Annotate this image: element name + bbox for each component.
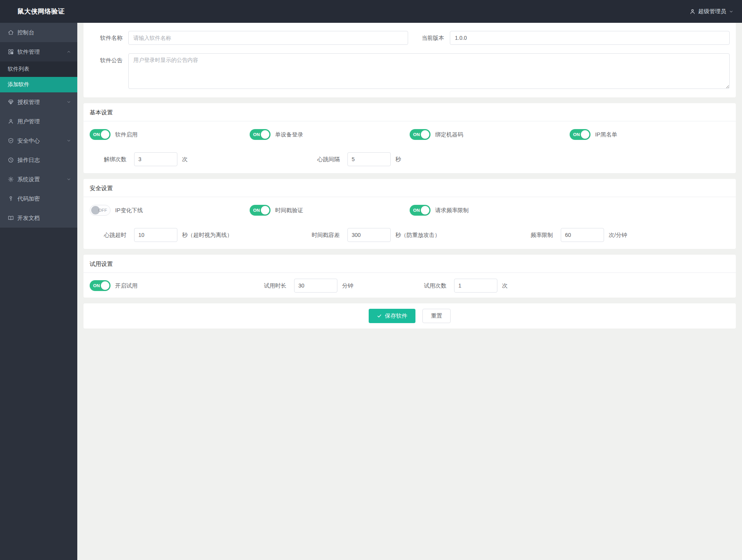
toggle-knob bbox=[101, 281, 109, 290]
sidebar-submenu-software: 软件列表 添加软件 bbox=[0, 61, 77, 92]
software-enabled-toggle[interactable]: ON bbox=[90, 129, 111, 140]
trial-count-input[interactable] bbox=[454, 279, 497, 293]
unit-text: 秒 bbox=[395, 156, 401, 163]
sidebar-item-license-management[interactable]: 授权管理 bbox=[0, 92, 77, 112]
user-name: 超级管理员 bbox=[698, 8, 727, 15]
sidebar-item-operation-logs[interactable]: 操作日志 bbox=[0, 150, 77, 170]
toggle-knob bbox=[421, 206, 429, 214]
toggle-state: OFF bbox=[98, 208, 107, 213]
toggle-label: 单设备登录 bbox=[275, 131, 303, 138]
gem-icon bbox=[8, 99, 14, 105]
toggle-state: ON bbox=[413, 132, 420, 137]
unit-text: 次 bbox=[502, 282, 508, 289]
single-device-login-toggle[interactable]: ON bbox=[250, 129, 271, 140]
toggle-label: 时间戳验证 bbox=[275, 207, 303, 214]
basic-settings-card: 基本设置 ON 软件启用 ON 单设备登录 ON bbox=[83, 103, 736, 173]
chevron-down-icon bbox=[66, 177, 71, 182]
unit-text: 分钟 bbox=[342, 282, 353, 289]
timestamp-tolerance-label: 时间戳容差 bbox=[303, 231, 340, 239]
sidebar-item-software-management[interactable]: 软件管理 bbox=[0, 42, 77, 61]
trial-duration-label: 试用时长 bbox=[250, 282, 286, 289]
app-header: 鼠大侠网络验证 超级管理员 bbox=[0, 0, 742, 23]
user-icon bbox=[8, 118, 14, 124]
clock-icon bbox=[8, 157, 14, 163]
bind-machine-code-toggle[interactable]: ON bbox=[410, 129, 431, 140]
toggle-label: 绑定机器码 bbox=[435, 131, 463, 138]
ip-change-offline-toggle[interactable]: OFF bbox=[90, 205, 111, 216]
chevron-down-icon bbox=[66, 100, 71, 104]
basic-settings-body: ON 软件启用 ON 单设备登录 ON 绑定机器码 bbox=[83, 121, 736, 173]
sidebar-item-label: 添加软件 bbox=[8, 81, 29, 88]
sidebar-item-add-software[interactable]: 添加软件 bbox=[0, 77, 77, 92]
sidebar-item-label: 代码加密 bbox=[17, 195, 40, 203]
check-icon bbox=[377, 313, 382, 318]
sidebar-item-label: 安全中心 bbox=[17, 137, 40, 145]
notice-textarea[interactable] bbox=[128, 53, 730, 89]
toggle-state: ON bbox=[253, 132, 260, 137]
timestamp-verify-toggle[interactable]: ON bbox=[250, 205, 271, 216]
trial-enable-toggle[interactable]: ON bbox=[90, 280, 111, 291]
sidebar-item-label: 授权管理 bbox=[17, 99, 40, 106]
sidebar-item-dev-docs[interactable]: 开发文档 bbox=[0, 208, 77, 228]
toggle-knob bbox=[421, 130, 429, 139]
toggle-label: 请求频率限制 bbox=[435, 207, 469, 214]
ip-blacklist-toggle[interactable]: ON bbox=[570, 129, 591, 140]
toggle-state: ON bbox=[93, 283, 100, 288]
save-software-button[interactable]: 保存软件 bbox=[369, 309, 415, 323]
sidebar-item-system-settings[interactable]: 系统设置 bbox=[0, 170, 77, 189]
section-title: 安全设置 bbox=[83, 179, 736, 197]
actions-card: 保存软件 重置 bbox=[83, 303, 736, 329]
rate-limit-toggle[interactable]: ON bbox=[410, 205, 431, 216]
trial-count-label: 试用次数 bbox=[410, 282, 446, 289]
sidebar-item-label: 开发文档 bbox=[17, 214, 40, 222]
home-icon bbox=[8, 29, 14, 36]
sidebar: 控制台 软件管理 软件列表 添加软件 授权管理 bbox=[0, 23, 77, 560]
sidebar-item-software-list[interactable]: 软件列表 bbox=[0, 61, 77, 77]
sidebar-item-code-encryption[interactable]: 代码加密 bbox=[0, 189, 77, 208]
reset-button[interactable]: 重置 bbox=[422, 309, 451, 323]
toggle-state: ON bbox=[573, 132, 580, 137]
sidebar-item-label: 操作日志 bbox=[17, 157, 40, 164]
sidebar-item-user-management[interactable]: 用户管理 bbox=[0, 112, 77, 131]
trial-duration-input[interactable] bbox=[294, 279, 337, 293]
toggle-label: 软件启用 bbox=[115, 131, 138, 138]
unbind-count-input[interactable] bbox=[134, 152, 177, 166]
toggle-state: ON bbox=[413, 208, 420, 213]
toggle-knob bbox=[101, 130, 109, 139]
sidebar-menu: 控制台 软件管理 软件列表 添加软件 授权管理 bbox=[0, 23, 77, 228]
sidebar-item-label: 控制台 bbox=[17, 29, 34, 36]
trial-settings-card: 试用设置 ON 开启试用 试用时长 分钟 试用次数 次 bbox=[83, 255, 736, 298]
sidebar-item-security-center[interactable]: 安全中心 bbox=[0, 131, 77, 150]
unit-text: 次/分钟 bbox=[609, 231, 627, 239]
rate-limit-input[interactable] bbox=[561, 228, 604, 242]
sidebar-item-console[interactable]: 控制台 bbox=[0, 23, 77, 42]
person-icon bbox=[689, 9, 696, 15]
rate-limit-label: 频率限制 bbox=[516, 231, 553, 239]
chevron-down-icon bbox=[66, 138, 71, 143]
unbind-count-label: 解绑次数 bbox=[90, 156, 126, 163]
software-name-input[interactable] bbox=[128, 31, 408, 45]
unit-text: 秒（防重放攻击） bbox=[395, 231, 440, 239]
notice-label: 软件公告 bbox=[90, 53, 128, 64]
key-icon bbox=[8, 196, 14, 202]
unit-text: 次 bbox=[182, 156, 188, 163]
timestamp-tolerance-input[interactable] bbox=[347, 228, 391, 242]
section-title: 试用设置 bbox=[83, 255, 736, 273]
heartbeat-timeout-label: 心跳超时 bbox=[90, 231, 126, 239]
section-title: 基本设置 bbox=[83, 103, 736, 121]
version-input[interactable] bbox=[450, 31, 730, 45]
trial-settings-body: ON 开启试用 试用时长 分钟 试用次数 次 bbox=[83, 273, 736, 298]
book-icon bbox=[8, 215, 14, 221]
shield-icon bbox=[8, 138, 14, 144]
security-settings-card: 安全设置 OFF IP变化下线 ON 时间戳验证 ON bbox=[83, 179, 736, 249]
sidebar-item-label: 软件列表 bbox=[8, 66, 29, 73]
save-button-label: 保存软件 bbox=[385, 312, 407, 320]
heartbeat-interval-input[interactable] bbox=[347, 152, 391, 166]
toggle-label: IP黑名单 bbox=[595, 131, 617, 138]
heartbeat-timeout-input[interactable] bbox=[134, 228, 177, 242]
apps-icon bbox=[8, 49, 14, 55]
software-name-label: 软件名称 bbox=[90, 34, 128, 42]
version-label: 当前版本 bbox=[411, 34, 450, 42]
user-menu[interactable]: 超级管理员 bbox=[689, 8, 742, 15]
sidebar-filler bbox=[0, 228, 77, 560]
